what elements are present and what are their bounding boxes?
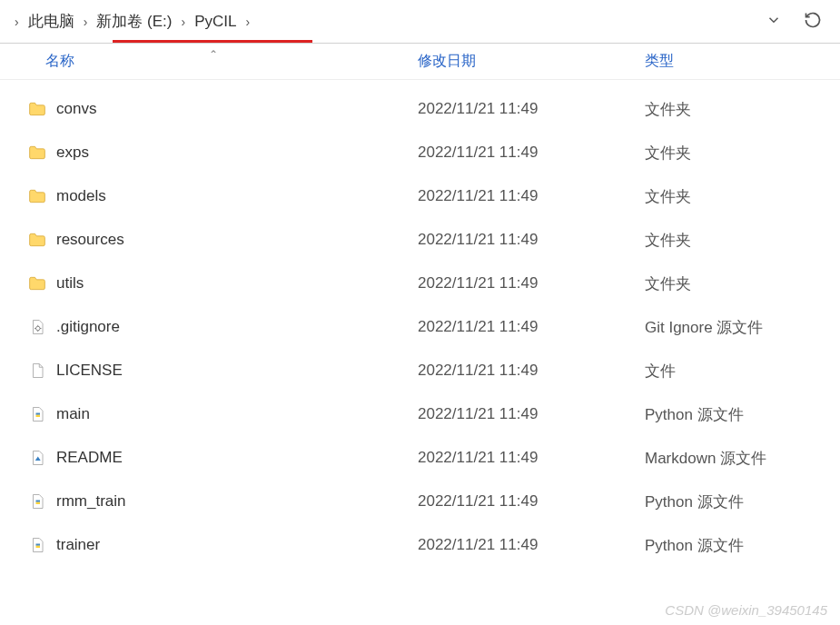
breadcrumb-item[interactable]: 此电脑 <box>25 11 78 32</box>
file-item[interactable]: main2022/11/21 11:49Python 源文件 <box>0 392 840 436</box>
file-name: utils <box>56 274 84 293</box>
breadcrumb: › 此电脑 › 新加卷 (E:) › PyCIL › <box>9 0 766 43</box>
file-type: Git Ignore 源文件 <box>645 317 840 338</box>
file-item[interactable]: LICENSE2022/11/21 11:49文件 <box>0 349 840 392</box>
file-type: Python 源文件 <box>645 404 840 425</box>
file-date: 2022/11/21 11:49 <box>418 449 645 467</box>
chevron-right-icon: › <box>175 15 191 29</box>
file-date: 2022/11/21 11:49 <box>418 274 645 293</box>
file-name: README <box>56 449 123 467</box>
folder-icon <box>27 143 47 163</box>
file-item[interactable]: convs2022/11/21 11:49文件夹 <box>0 87 840 131</box>
file-icon <box>27 535 47 555</box>
chevron-right-icon: › <box>9 15 25 29</box>
file-type: 文件 <box>645 361 840 382</box>
folder-icon <box>27 99 47 119</box>
file-icon <box>27 448 47 468</box>
file-date: 2022/11/21 11:49 <box>418 100 645 118</box>
column-headers: 名称⌃ 修改日期 类型 <box>0 44 840 80</box>
file-icon <box>27 317 47 337</box>
file-item[interactable]: rmm_train2022/11/21 11:49Python 源文件 <box>0 480 840 523</box>
file-name: models <box>56 187 106 205</box>
address-bar: › 此电脑 › 新加卷 (E:) › PyCIL › <box>0 0 840 44</box>
file-date: 2022/11/21 11:49 <box>418 362 645 380</box>
watermark: CSDN @weixin_39450145 <box>665 602 827 618</box>
file-name: resources <box>56 231 124 249</box>
file-item[interactable]: resources2022/11/21 11:49文件夹 <box>0 218 840 262</box>
refresh-icon[interactable] <box>804 11 822 33</box>
file-item[interactable]: trainer2022/11/21 11:49Python 源文件 <box>0 523 840 567</box>
file-type: 文件夹 <box>645 99 840 120</box>
chevron-right-icon: › <box>240 15 255 29</box>
folder-icon <box>27 230 47 250</box>
file-list: convs2022/11/21 11:49文件夹exps2022/11/21 1… <box>0 80 840 567</box>
breadcrumb-item[interactable]: 新加卷 (E:) <box>93 11 175 32</box>
file-type: Python 源文件 <box>645 535 840 556</box>
file-date: 2022/11/21 11:49 <box>418 318 645 336</box>
column-header-name[interactable]: 名称⌃ <box>27 52 418 71</box>
breadcrumb-item[interactable]: PyCIL <box>191 13 240 31</box>
file-name: trainer <box>56 536 100 554</box>
file-type: Markdown 源文件 <box>645 448 840 469</box>
folder-icon <box>27 186 47 206</box>
file-name: main <box>56 405 90 423</box>
file-date: 2022/11/21 11:49 <box>418 144 645 162</box>
chevron-down-icon[interactable] <box>766 12 782 32</box>
file-name: LICENSE <box>56 362 123 380</box>
file-date: 2022/11/21 11:49 <box>418 536 645 554</box>
file-date: 2022/11/21 11:49 <box>418 492 645 511</box>
file-name: exps <box>56 144 89 162</box>
folder-icon <box>27 273 47 293</box>
file-icon <box>27 361 47 381</box>
file-type: 文件夹 <box>645 273 840 294</box>
file-item[interactable]: models2022/11/21 11:49文件夹 <box>0 174 840 218</box>
column-header-type[interactable]: 类型 <box>645 52 840 71</box>
file-date: 2022/11/21 11:49 <box>418 187 645 205</box>
sort-indicator-icon: ⌃ <box>209 48 218 61</box>
file-name: convs <box>56 100 96 118</box>
column-header-date[interactable]: 修改日期 <box>418 52 645 71</box>
file-type: 文件夹 <box>645 186 840 207</box>
file-item[interactable]: utils2022/11/21 11:49文件夹 <box>0 262 840 305</box>
file-type: 文件夹 <box>645 143 840 164</box>
file-date: 2022/11/21 11:49 <box>418 405 645 423</box>
file-type: Python 源文件 <box>645 491 840 512</box>
chevron-right-icon: › <box>78 15 94 29</box>
file-type: 文件夹 <box>645 230 840 251</box>
file-item[interactable]: README2022/11/21 11:49Markdown 源文件 <box>0 436 840 480</box>
annotation-underline <box>113 40 312 43</box>
file-icon <box>27 404 47 424</box>
file-date: 2022/11/21 11:49 <box>418 231 645 249</box>
file-name: .gitignore <box>56 318 120 336</box>
file-item[interactable]: exps2022/11/21 11:49文件夹 <box>0 131 840 174</box>
file-name: rmm_train <box>56 492 126 511</box>
file-icon <box>27 491 47 511</box>
file-item[interactable]: .gitignore2022/11/21 11:49Git Ignore 源文件 <box>0 305 840 349</box>
